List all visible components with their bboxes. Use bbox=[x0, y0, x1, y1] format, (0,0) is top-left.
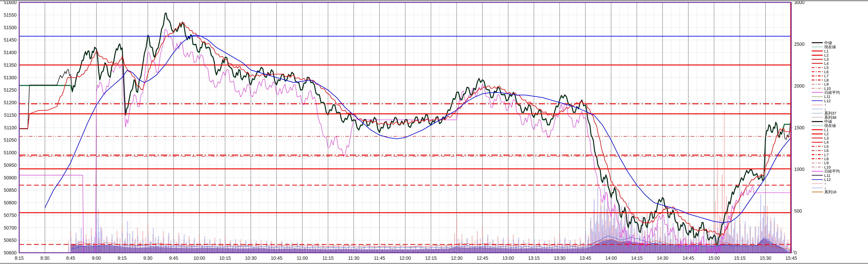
legend-line-swatch bbox=[811, 116, 823, 118]
right-axis-label: 0 bbox=[794, 250, 797, 255]
left-axis-label: 51250 bbox=[4, 87, 17, 93]
legend-label: L10 bbox=[824, 165, 831, 169]
left-axis-label: 51200 bbox=[4, 100, 17, 105]
legend-label: L1 bbox=[824, 49, 829, 53]
legend-line-swatch bbox=[811, 133, 823, 135]
legend-label: L1 bbox=[824, 128, 829, 132]
gridlines bbox=[19, 2, 791, 253]
legend-label: ↓ bbox=[824, 107, 826, 111]
legend-label: L8 bbox=[824, 157, 829, 161]
left-axis-label: 50600 bbox=[4, 250, 17, 255]
legend-item: L8 bbox=[811, 157, 840, 161]
legend-label: L9 bbox=[824, 161, 829, 165]
legend-item: L10 bbox=[811, 165, 840, 169]
legend-label: 系列18 bbox=[824, 190, 836, 194]
right-axis-label: 2000 bbox=[794, 83, 805, 88]
legend-label: 中値 bbox=[824, 120, 832, 124]
legend-line-swatch bbox=[811, 104, 823, 106]
x-axis-label: 10:30 bbox=[245, 256, 257, 261]
legend-line-swatch bbox=[811, 96, 823, 98]
legend-item: L3 bbox=[811, 136, 840, 140]
left-axis-label: 50850 bbox=[4, 187, 17, 193]
legend-line-swatch bbox=[811, 71, 823, 73]
legend-label: L9 bbox=[824, 82, 829, 86]
x-axis-label: 14:00 bbox=[605, 256, 617, 261]
x-axis-label: 8:30 bbox=[40, 256, 50, 261]
x-axis-label: 12:00 bbox=[399, 256, 411, 261]
legend-label: L2 bbox=[824, 132, 829, 136]
legend-line-swatch bbox=[811, 150, 823, 152]
legend-label: L10 bbox=[824, 86, 831, 90]
legend-line-swatch bbox=[811, 58, 823, 60]
left-axis-label: 50750 bbox=[4, 213, 17, 218]
legend-item: L5 bbox=[811, 144, 840, 148]
legend-label: L7 bbox=[824, 74, 829, 78]
legend-line-swatch bbox=[811, 112, 823, 114]
legend-line-swatch bbox=[811, 129, 823, 131]
x-axis-label: 14:15 bbox=[631, 256, 643, 261]
legend-item: L6 bbox=[811, 148, 840, 152]
x-axis-label: 14:45 bbox=[683, 256, 694, 261]
legend-label: L8 bbox=[824, 78, 829, 82]
window-frame-bottom bbox=[0, 263, 868, 264]
x-axis-label: 8:45 bbox=[66, 256, 75, 261]
legend-item: L1 bbox=[811, 128, 840, 132]
x-axis-label: 13:15 bbox=[528, 256, 540, 261]
left-axis-label: 50800 bbox=[4, 200, 17, 205]
legend-line-swatch bbox=[811, 87, 823, 89]
legend-item: 系列38 bbox=[811, 115, 840, 120]
legend-line-swatch bbox=[811, 100, 823, 102]
x-axis-label: 12:45 bbox=[477, 256, 488, 261]
legend-item: L9 bbox=[811, 82, 840, 86]
legend-label: 日経平均 bbox=[824, 169, 840, 173]
x-axis-label: 14:30 bbox=[657, 256, 669, 261]
legend-label: L12 bbox=[824, 99, 831, 103]
x-axis-label: 15:00 bbox=[708, 256, 720, 261]
legend-item: ↑ bbox=[811, 103, 840, 107]
legend-line-swatch bbox=[811, 187, 823, 189]
legend-item: ↓ bbox=[811, 186, 840, 190]
left-axis-label: 51000 bbox=[4, 150, 17, 155]
left-axis-label: 50900 bbox=[4, 175, 17, 180]
x-axis-label: 11:15 bbox=[322, 256, 334, 261]
legend-label: L3 bbox=[824, 57, 829, 61]
legend-line-swatch bbox=[811, 145, 823, 148]
left-axis-label: 51300 bbox=[4, 75, 17, 80]
left-axis-label: 50700 bbox=[4, 225, 17, 230]
x-axis-label: 9:45 bbox=[169, 256, 178, 261]
legend-label: L11 bbox=[824, 95, 830, 99]
legend-item: 現在値 bbox=[811, 45, 840, 49]
legend-item: L6 bbox=[811, 70, 840, 74]
legend-line-swatch bbox=[811, 158, 823, 160]
x-axis-label: 11:45 bbox=[374, 256, 385, 261]
legend-line-swatch bbox=[811, 75, 823, 77]
right-axis-label: 1000 bbox=[794, 167, 805, 172]
legend-item: L2 bbox=[811, 53, 840, 57]
legend-label: ↑ bbox=[824, 182, 826, 186]
x-axis-label: 12:30 bbox=[451, 256, 463, 261]
legend-line-swatch bbox=[811, 141, 823, 143]
x-axis-label: 15:15 bbox=[734, 256, 746, 261]
legend-line-swatch bbox=[811, 121, 823, 123]
legend-label: ↓ bbox=[824, 186, 826, 190]
legend-item: L11 bbox=[811, 173, 840, 177]
legend-item: 中値 bbox=[811, 120, 840, 124]
legend-line-swatch bbox=[811, 62, 823, 64]
legend-item: 日経平均 bbox=[811, 169, 840, 173]
legend-line-swatch bbox=[811, 91, 823, 94]
x-axis-label: 11:30 bbox=[348, 256, 360, 261]
legend-line-swatch bbox=[811, 170, 823, 173]
legend-item: L1 bbox=[811, 49, 840, 53]
axes: 5160051550515005145051400513505130051250… bbox=[4, 0, 804, 261]
legend-item: L12 bbox=[811, 177, 840, 181]
volume-down-bar bbox=[594, 199, 595, 253]
left-axis-label: 50650 bbox=[4, 238, 17, 243]
legend-item: 現在値 bbox=[811, 124, 840, 128]
x-axis-label: 11:00 bbox=[297, 256, 308, 261]
legend-item: 系列37 bbox=[811, 111, 840, 115]
legend-item: L7 bbox=[811, 153, 840, 157]
legend-line-swatch bbox=[811, 154, 823, 156]
legend-label: L6 bbox=[824, 70, 829, 74]
legend-label: L5 bbox=[824, 144, 829, 148]
legend-line-swatch bbox=[811, 108, 823, 110]
